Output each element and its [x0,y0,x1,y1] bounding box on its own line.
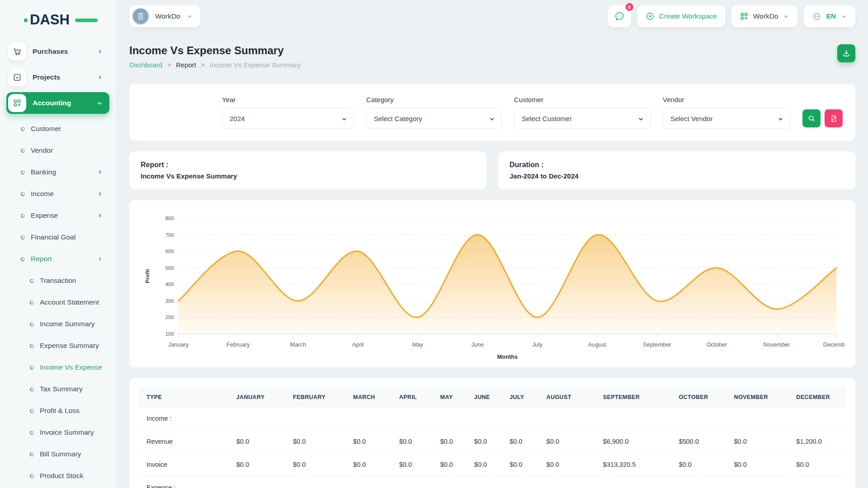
sidebar-item-customer[interactable]: Customer [6,118,109,140]
sidebar-item-expense[interactable]: Expense [6,205,109,226]
sidebar-item-report[interactable]: Report [6,248,109,270]
svg-text:April: April [352,341,364,348]
svg-text:400: 400 [165,282,174,287]
top-header: WorkDo 0 Create Workspace WorkDo EN [116,0,868,33]
sidebar-item-income-summary[interactable]: Income Summary [6,313,109,335]
reset-button[interactable] [825,109,843,127]
sidebar-item-bill-summary[interactable]: Bill Summary [6,443,109,465]
breadcrumb-dashboard[interactable]: Dashboard [129,61,162,69]
cell: $0.0 [542,430,599,453]
chart-card: 100200300400500600700800JanuaryFebruaryM… [129,200,855,367]
sidebar-item-accounting[interactable]: Accounting [6,92,109,114]
workspace-menu-button[interactable]: WorkDo [731,5,798,27]
sidebar-item-label: Tax Summary [40,385,103,393]
cell: $0.0 [470,453,505,476]
sidebar-item-vendor[interactable]: Vendor [6,140,109,161]
grid-plus-icon [740,12,749,21]
circle-bullet-icon [29,430,34,435]
section-label: Expense : [138,476,846,488]
category-select[interactable]: Select Category [366,108,502,129]
sidebar-item-income[interactable]: Income [6,183,109,205]
cell: $0.0 [674,453,729,476]
year-select[interactable]: 2024 [222,108,354,129]
sidebar-item-label: Purchases [33,47,97,56]
summary-card-title: Report : [141,161,475,169]
sidebar-item-account-statement[interactable]: Account Statement [6,291,109,313]
cell: $0.0 [349,453,395,476]
sidebar-item-label: Profit & Loss [40,407,103,415]
table-row-invoice: Invoice$0.0$0.0$0.0$0.0$0.0$0.0$0.0$0.0$… [138,453,846,476]
sidebar-item-invoice-summary[interactable]: Invoice Summary [6,422,109,443]
sidebar-item-financial-goal[interactable]: Financial Goal [6,226,109,248]
cell: $0.0 [505,430,542,453]
filter-fields: Year2024CategorySelect CategoryCustomerS… [222,96,790,129]
logo-dot-icon [24,19,28,22]
sidebar-item-label: Income Vs Expense [40,363,103,371]
chevron-down-icon [777,116,784,122]
report-card: Report :Income Vs Expense Summary [129,151,486,189]
cell: $0.0 [505,453,542,476]
cell: $0.0 [232,453,288,476]
circle-bullet-icon [20,256,25,261]
page-title: Income Vs Expense Summary [129,44,301,57]
circle-bullet-icon [20,169,25,174]
column-header-may: MAY [436,387,470,407]
column-header-december: DECEMBER [792,387,846,407]
column-header-november: NOVEMBER [730,387,792,407]
breadcrumb-report[interactable]: Report [176,61,196,69]
sidebar-item-label: Product Stock [40,472,103,480]
sidebar-item-profit-loss[interactable]: Profit & Loss [6,400,109,422]
select-value: Select Vendor [670,115,712,122]
circle-bullet-icon [20,148,25,153]
summary-card-value: Income Vs Expense Summary [141,172,475,180]
sidebar-item-label: Expense Summary [40,342,103,350]
globe-icon [812,12,821,21]
filter-label: Customer [514,96,651,103]
sidebar-item-projects[interactable]: Projects [6,66,109,88]
workspace-menu-label: WorkDo [753,12,778,20]
circle-bullet-icon [20,126,25,131]
workspace-avatar [132,8,149,25]
section-row-expense: Expense : [138,476,846,488]
messages-button[interactable]: 0 [608,5,631,27]
column-header-april: APRIL [395,387,436,407]
messages-badge: 0 [624,2,635,12]
sidebar-item-banking[interactable]: Banking [6,161,109,183]
sidebar-item-transaction[interactable]: Transaction [6,270,109,291]
sidebar: DASH PurchasesProjectsAccountingCustomer… [0,0,116,488]
circle-bullet-icon [20,191,25,196]
sidebar-nav: PurchasesProjectsAccountingCustomerVendo… [0,41,116,488]
search-button[interactable] [802,109,821,127]
chevron-down-icon [186,13,193,20]
column-header-august: AUGUST [542,387,599,407]
svg-text:July: July [532,341,542,348]
sidebar-item-tax-summary[interactable]: Tax Summary [6,378,109,400]
workspace-switcher[interactable]: WorkDo [129,5,200,27]
sidebar-item-label: Accounting [33,99,96,107]
download-button[interactable] [837,44,855,62]
cell: $6,900.0 [599,430,675,453]
svg-text:February: February [226,341,250,348]
app-logo[interactable]: DASH [30,12,89,28]
language-selector[interactable]: EN [804,5,855,27]
grid-plus-icon [8,94,26,112]
sidebar-item-income-vs-expense[interactable]: Income Vs Expense [6,357,109,378]
sidebar-item-expense-summary[interactable]: Expense Summary [6,335,109,357]
file-slash-icon [830,115,838,122]
vendor-select[interactable]: Select Vendor [663,108,790,129]
chevron-right-icon [97,48,103,55]
sidebar-item-label: Projects [33,73,97,81]
area-chart-svg: 100200300400500600700800JanuaryFebruaryM… [140,212,844,361]
select-value: Select Customer [522,115,572,122]
chevron-down-icon [840,13,847,20]
sidebar-item-product-stock[interactable]: Product Stock [6,465,109,487]
sidebar-item-purchases[interactable]: Purchases [6,41,109,62]
customer-select[interactable]: Select Customer [514,108,651,129]
svg-text:Months: Months [497,353,518,360]
chevron-down-icon [637,116,644,122]
category-filter: CategorySelect Category [366,96,502,129]
circle-bullet-icon [29,473,34,478]
create-workspace-button[interactable]: Create Workspace [637,5,725,27]
svg-text:June: June [471,341,484,348]
summary-card-title: Duration : [509,161,844,169]
